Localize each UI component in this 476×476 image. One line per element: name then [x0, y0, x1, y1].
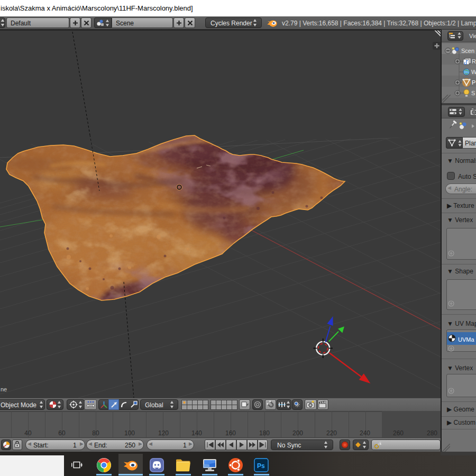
svg-text:W: W	[471, 69, 476, 75]
svg-text:100: 100	[124, 429, 135, 437]
svg-text:200: 200	[292, 429, 303, 437]
svg-text:140: 140	[191, 429, 202, 437]
svg-text:Scen: Scen	[461, 48, 474, 54]
svg-text:R: R	[472, 58, 476, 65]
svg-text:160: 160	[225, 429, 236, 437]
svg-text:P: P	[472, 79, 475, 86]
svg-text:280: 280	[427, 429, 437, 437]
svg-text:Ps: Ps	[257, 462, 265, 470]
svg-text:220: 220	[326, 429, 337, 437]
svg-text:260: 260	[393, 429, 404, 437]
svg-text:S: S	[471, 90, 475, 96]
svg-text:240: 240	[360, 429, 370, 437]
svg-text:120: 120	[158, 429, 169, 437]
svg-text:80: 80	[92, 429, 99, 437]
svg-text:ne: ne	[1, 386, 7, 392]
svg-text:40: 40	[24, 429, 32, 437]
svg-text:60: 60	[58, 429, 66, 437]
svg-text:180: 180	[259, 429, 270, 437]
